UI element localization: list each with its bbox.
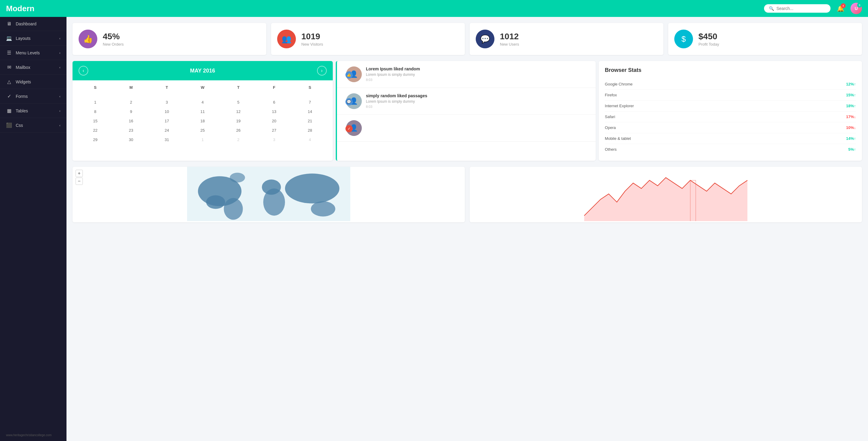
calendar-day[interactable]: 10 bbox=[149, 107, 185, 116]
stat-card-visitors: 👥 1019 New Visitors bbox=[271, 23, 465, 55]
calendar-day[interactable]: 11 bbox=[185, 107, 220, 116]
calendar-day[interactable]: 4 bbox=[185, 98, 220, 107]
sidebar-arrow-css: ‹ bbox=[59, 124, 60, 127]
calendar-day[interactable]: 26 bbox=[221, 126, 256, 135]
sidebar-item-forms[interactable]: ✓ Forms ‹ bbox=[0, 89, 66, 104]
feed-time-1: 8:03 bbox=[366, 105, 591, 108]
calendar-day[interactable]: 15 bbox=[78, 116, 113, 126]
calendar-day[interactable]: 2 bbox=[113, 98, 149, 107]
calendar-day[interactable]: 24 bbox=[149, 126, 185, 135]
calendar-day[interactable]: 5 bbox=[221, 98, 256, 107]
chart-svg bbox=[470, 167, 862, 221]
calendar-day[interactable]: 1 bbox=[78, 98, 113, 107]
user-avatar[interactable]: U 9 bbox=[850, 3, 862, 14]
search-input[interactable] bbox=[776, 6, 826, 11]
sidebar-label-css: Css bbox=[16, 123, 23, 128]
svg-point-2 bbox=[206, 196, 225, 209]
calendar-day[interactable]: 22 bbox=[78, 126, 113, 135]
calendar-day[interactable]: 21 bbox=[292, 116, 328, 126]
map-zoom-in[interactable]: + bbox=[75, 170, 83, 177]
stat-value-orders: 45% bbox=[103, 32, 124, 41]
browser-stat: 12%↑ bbox=[846, 82, 856, 87]
calendar-header: ‹ MAY 2016 › bbox=[72, 61, 333, 80]
calendar-day[interactable]: 19 bbox=[221, 116, 256, 126]
svg-point-8 bbox=[230, 173, 245, 182]
browser-row: Safari 17%↓ bbox=[605, 111, 856, 122]
svg-point-7 bbox=[311, 201, 336, 216]
calendar-day[interactable]: 23 bbox=[113, 126, 149, 135]
calendar-day[interactable]: 8 bbox=[78, 107, 113, 116]
mid-row: ‹ MAY 2016 › SMTWTFS 1234567891011121314… bbox=[72, 61, 862, 161]
calendar-day bbox=[113, 93, 149, 98]
calendar-day[interactable]: 28 bbox=[292, 126, 328, 135]
calendar-prev[interactable]: ‹ bbox=[79, 66, 88, 75]
calendar-day[interactable]: 16 bbox=[113, 116, 149, 126]
calendar-day[interactable]: 27 bbox=[256, 126, 292, 135]
calendar-day[interactable]: 25 bbox=[185, 126, 220, 135]
calendar-day[interactable]: 6 bbox=[256, 98, 292, 107]
browser-row: Others 5%↑ bbox=[605, 144, 856, 155]
calendar-day[interactable]: 17 bbox=[149, 116, 185, 126]
sidebar-arrow-layouts: ‹ bbox=[59, 37, 60, 40]
feed-icon-0: 👍 bbox=[345, 71, 353, 78]
stat-value-profit: $450 bbox=[699, 32, 719, 41]
calendar-day[interactable]: 29 bbox=[78, 135, 113, 144]
calendar-day[interactable]: 14 bbox=[292, 107, 328, 116]
feed-title-0: Lorem Ipsum liked random bbox=[366, 66, 591, 71]
calendar-day[interactable]: 12 bbox=[221, 107, 256, 116]
stat-card-orders: 👍 45% New Orders bbox=[72, 23, 266, 55]
stat-value-visitors: 1019 bbox=[301, 32, 323, 41]
sidebar-item-mailbox[interactable]: ✉ Mailbox ‹ bbox=[0, 60, 66, 75]
calendar-day[interactable]: 1 bbox=[185, 135, 220, 144]
svg-point-6 bbox=[285, 174, 339, 204]
calendar-day[interactable]: 13 bbox=[256, 107, 292, 116]
sidebar-item-widgets[interactable]: △ Widgets bbox=[0, 75, 66, 89]
notifications-button[interactable]: 🔔 4 bbox=[835, 3, 846, 14]
calendar-day[interactable]: 7 bbox=[292, 98, 328, 107]
browser-name: Internet Explorer bbox=[605, 104, 634, 108]
calendar-day[interactable]: 30 bbox=[113, 135, 149, 144]
sidebar-icon-mailbox: ✉ bbox=[6, 64, 12, 70]
browser-stat: 15%↑ bbox=[846, 93, 856, 97]
map-card: + − bbox=[72, 167, 465, 222]
calendar-day-header: F bbox=[256, 84, 292, 91]
header-right: 🔍 🔔 4 U 9 bbox=[764, 3, 862, 14]
sidebar-icon-forms: ✓ bbox=[6, 93, 12, 99]
search-box[interactable]: 🔍 bbox=[764, 4, 831, 13]
browser-row: Google Chrome 12%↑ bbox=[605, 79, 856, 90]
app-title: Modern bbox=[6, 4, 34, 13]
calendar-day bbox=[221, 93, 256, 98]
calendar-next[interactable]: › bbox=[317, 66, 327, 75]
calendar-day[interactable]: 18 bbox=[185, 116, 220, 126]
calendar-day[interactable]: 3 bbox=[256, 135, 292, 144]
browser-name: Opera bbox=[605, 125, 616, 130]
sidebar-item-dashboard[interactable]: 🖥 Dashboard bbox=[0, 17, 66, 31]
browser-card: Browser Stats Google Chrome 12%↑ Firefox… bbox=[599, 61, 862, 161]
calendar-day[interactable]: 9 bbox=[113, 107, 149, 116]
calendar-day[interactable]: 4 bbox=[292, 135, 328, 144]
browser-name: Firefox bbox=[605, 93, 617, 97]
sidebar-item-css[interactable]: ⬛ Css ‹ bbox=[0, 118, 66, 133]
stat-value-users: 1012 bbox=[500, 32, 519, 41]
calendar-day[interactable]: 2 bbox=[221, 135, 256, 144]
calendar-day[interactable]: 3 bbox=[149, 98, 185, 107]
sidebar: 🖥 Dashboard 💻 Layouts ‹ ☰ Menu Levels ‹ … bbox=[0, 17, 66, 441]
sidebar-icon-dashboard: 🖥 bbox=[6, 21, 12, 27]
calendar-card: ‹ MAY 2016 › SMTWTFS 1234567891011121314… bbox=[72, 61, 333, 161]
map-svg bbox=[72, 167, 465, 221]
feed-icon-2: ✓ bbox=[345, 125, 353, 132]
calendar-day[interactable]: 20 bbox=[256, 116, 292, 126]
calendar-day bbox=[185, 93, 220, 98]
calendar-day[interactable]: 31 bbox=[149, 135, 185, 144]
browser-name: Mobile & tablet bbox=[605, 136, 631, 141]
feed-item: 💬 👤 simply random liked passages Lorem I… bbox=[337, 88, 596, 115]
feed-body-1: Lorem Ipsum is simply dummy bbox=[366, 99, 591, 104]
sidebar-item-layouts[interactable]: 💻 Layouts ‹ bbox=[0, 31, 66, 45]
map-zoom-out[interactable]: − bbox=[75, 178, 83, 185]
sidebar-item-tables[interactable]: ▦ Tables ‹ bbox=[0, 104, 66, 118]
sidebar-item-menu-levels[interactable]: ☰ Menu Levels ‹ bbox=[0, 45, 66, 60]
stat-info-visitors: 1019 New Visitors bbox=[301, 32, 323, 46]
browser-stats-title: Browser Stats bbox=[605, 67, 856, 73]
sidebar-icon-css: ⬛ bbox=[6, 122, 12, 128]
sidebar-icon-widgets: △ bbox=[6, 79, 12, 84]
